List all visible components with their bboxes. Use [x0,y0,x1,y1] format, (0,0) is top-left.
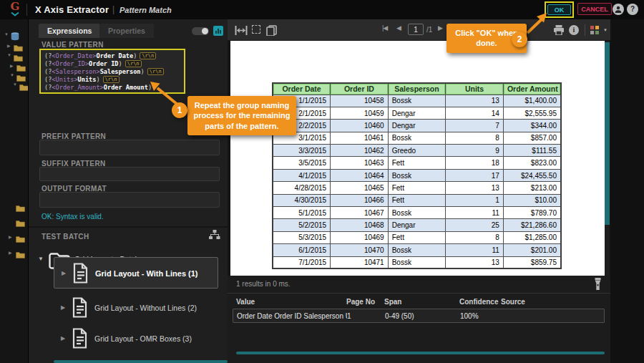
document-icon [72,263,89,284]
folder-icon [16,233,25,246]
marquee-select-icon[interactable] [252,25,260,34]
doc-table-header-cell: Units [446,83,504,95]
doc-table-cell: 8 [446,132,504,144]
suffix-pattern-input[interactable] [39,167,220,181]
flashlight-icon[interactable] [594,278,602,293]
sidebar-tree-node[interactable]: ▼ [0,72,29,80]
doc-table-cell: 11 [446,207,504,219]
doc-table-cell: 17 [446,169,504,181]
doc-table-header-cell: Salesperson [388,83,446,95]
sidebar-tree-node[interactable]: ▶ [0,233,29,241]
sidebar-tree-node[interactable] [0,217,29,226]
info-icon[interactable]: i [569,25,579,35]
regex-token: (? [44,84,52,91]
doc-table-header-cell: Order Amount [503,83,561,95]
right-margin [610,19,644,363]
pages-icon[interactable] [266,25,277,39]
doc-table-row: 5/1/201510467Bossk11$789.70 [273,207,561,219]
results-column-header: Confidence [459,298,501,306]
tree-item-document[interactable]: ▶Grid Layout - OMR Boxes (3) [54,323,218,354]
prev-page-button[interactable]: ◀ [396,24,401,32]
results-summary: 1 results in 0 ms. [236,280,291,288]
prefix-pattern-input[interactable] [39,140,220,155]
doc-table-cell: Fett [388,231,446,243]
sidebar-tree-node[interactable]: ▼ [0,31,29,39]
doc-table-cell: 4/30/2015 [273,194,331,206]
grooper-logo-icon[interactable]: G [8,1,22,18]
annotation-step-number-2: 2 [512,32,527,47]
regex-group-name: <Order_ID> [52,60,89,67]
sidebar-tree-node[interactable]: ▼ [0,81,29,89]
result-row[interactable]: Order Date Order ID Salesperson Units Or… [233,309,605,323]
scrollbar-thumb[interactable] [605,42,610,225]
regex-token: (? [44,52,52,59]
results-column-header: Source [501,298,605,306]
doc-table-cell: $10.00 [503,194,561,206]
chevron-right-icon: ▶ [7,43,11,48]
sidebar-tree-node[interactable]: ▶ [0,42,29,50]
toggle-switch[interactable] [192,27,209,35]
result-cell: 1 [347,312,385,320]
document-page: Order DateOrder IDSalespersonUnitsOrder … [230,41,605,276]
next-page-button[interactable]: ▶ [438,24,442,32]
chevron-right-icon[interactable]: ▶ [61,304,65,311]
chevron-right-icon[interactable]: ▶ [61,335,65,342]
results-scrollbar[interactable] [236,352,605,354]
chevron-down-icon[interactable]: ▼ [38,256,44,262]
node-tree-sidebar[interactable]: ▼▶▼▶▼▼▶▶ [0,19,29,363]
chevron-down-icon: ▼ [603,28,608,32]
layout-dropdown-icon[interactable]: ▼ [590,25,608,35]
annotation-callout-1: Repeat the group naming process for the … [187,96,296,135]
user-avatar-icon[interactable] [613,4,624,15]
result-cell: 0-49 (50) [385,312,460,320]
tree-item-label: Grid Layout - With Lines (1) [95,269,198,278]
regex-group-name: <Order_Amount> [52,84,103,91]
sidebar-tree-node[interactable] [0,202,29,210]
doc-table-cell: $1,285.00 [503,231,561,243]
fit-width-icon[interactable] [235,25,248,38]
doc-table-cell: Bossk [388,256,446,268]
output-format-input[interactable] [39,192,220,208]
chevron-right-icon[interactable]: ▶ [62,270,66,276]
doc-table-cell: $1,400.00 [503,95,561,107]
doc-table-cell: 10465 [331,182,389,194]
newline-badge: \r\n [103,76,119,83]
document-icon [72,328,88,349]
regex-line: (?<Salesperson>Salesperson)\r\n [44,68,180,76]
first-page-button[interactable]: |◀ [382,24,387,32]
sidebar-tree-node[interactable]: ▶ [0,248,29,257]
doc-table-cell: 13 [446,256,504,268]
tree-item-document[interactable]: ▶Grid Layout - Without Lines (2) [54,292,218,324]
regex-group-name: <Salesperson> [52,68,99,75]
batch-tree-icon[interactable] [209,230,220,240]
doc-table-cell: 5/2/2015 [273,219,331,231]
tree-item-document[interactable]: ▶Grid Layout - With Lines (1) [54,257,218,289]
tree-item-label: Grid Layout - Without Lines (2) [94,304,197,312]
doc-table-cell: $823.00 [503,157,561,169]
doc-table-cell: $21,286.60 [503,219,561,231]
sidebar-tree-node[interactable]: ▼ [0,52,29,60]
tab-expressions[interactable]: Expressions [39,24,100,38]
viewer-vertical-scrollbar[interactable] [605,41,610,276]
histogram-icon[interactable] [213,26,223,36]
doc-table-row: 3/3/201510462Greedo9$111.55 [273,145,561,157]
doc-table-cell: 10458 [331,95,389,107]
cancel-button[interactable]: CANCEL [577,3,612,15]
doc-table-cell: 9 [446,145,504,157]
doc-table-row: 2/2/201510460Dengar7$344.00 [273,120,561,132]
help-icon[interactable]: ? [627,4,638,15]
doc-table-cell: Dengar [388,120,446,132]
regex-token: Order Date [96,52,133,59]
x-axis-extractor-window: G X Axis Extractor | Pattern Match OK CA… [0,0,644,363]
panel-scrollbar[interactable] [54,360,228,363]
doc-table-cell: $2,555.95 [503,107,561,119]
chevron-down-icon: ▼ [7,53,11,57]
sidebar-tree-node[interactable]: ▶ [0,62,29,70]
doc-table-row: 4/28/201510465Fett13$213.00 [273,182,561,194]
tab-properties[interactable]: Properties [99,24,154,38]
page-number-input[interactable]: 1 [408,24,424,35]
divider [228,293,610,294]
result-cell: Order Date Order ID Salesperson Units Or… [237,312,347,320]
value-pattern-label: VALUE PATTERN [42,41,104,49]
results-column-header: Span [384,298,459,306]
